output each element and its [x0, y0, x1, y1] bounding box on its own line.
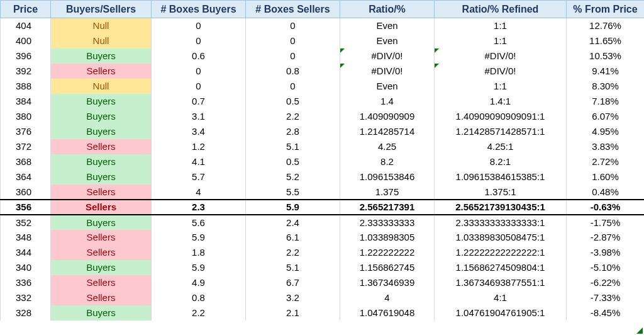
cell-price[interactable]: 384: [1, 94, 51, 109]
cell-sbox[interactable]: 5.5: [246, 185, 340, 200]
cell-price[interactable]: 400: [1, 33, 51, 48]
cell-refined[interactable]: 1:1: [435, 33, 567, 48]
cell-price[interactable]: 372: [1, 139, 51, 154]
cell-bbox[interactable]: 2.2: [152, 305, 246, 321]
cell-ratio[interactable]: Even: [340, 18, 435, 33]
cell-sbox[interactable]: 2.2: [246, 245, 340, 260]
cell-ratio[interactable]: 1.214285714: [340, 124, 435, 139]
cell-from[interactable]: -6.22%: [567, 275, 645, 290]
cell-bs[interactable]: Sellers: [51, 139, 152, 154]
table-row[interactable]: 392Sellers00.8#DIV/0!#DIV/0!9.41%: [1, 64, 645, 79]
cell-sbox[interactable]: 0.5: [246, 94, 340, 109]
cell-ratio[interactable]: 1.096153846: [340, 169, 435, 185]
cell-refined[interactable]: 1.03389830508475:1: [435, 230, 567, 245]
error-flag-icon[interactable]: [340, 48, 345, 53]
cell-refined[interactable]: 1.21428571428571:1: [435, 124, 567, 139]
col-header-ratio[interactable]: Ratio/%: [340, 1, 435, 18]
table-row[interactable]: 368Buyers4.10.58.28.2:12.72%: [1, 154, 645, 169]
cell-from[interactable]: -7.33%: [567, 290, 645, 305]
col-header-from-price[interactable]: % From Price: [567, 1, 645, 18]
cell-bs[interactable]: Null: [51, 18, 152, 33]
cell-bs[interactable]: Null: [51, 33, 152, 48]
cell-price[interactable]: 364: [1, 169, 51, 185]
cell-refined[interactable]: #DIV/0!: [435, 64, 567, 79]
table-row[interactable]: 372Sellers1.25.14.254.25:13.83%: [1, 139, 645, 154]
cell-from[interactable]: -3.98%: [567, 245, 645, 260]
cell-price[interactable]: 328: [1, 305, 51, 321]
table-row[interactable]: 352Buyers5.62.42.3333333332.333333333333…: [1, 215, 645, 230]
cell-bbox[interactable]: 0.7: [152, 94, 246, 109]
table-row[interactable]: 344Sellers1.82.21.2222222221.22222222222…: [1, 245, 645, 260]
cell-sbox[interactable]: 0.5: [246, 154, 340, 169]
cell-bs[interactable]: Buyers: [51, 260, 152, 275]
cell-ratio[interactable]: #DIV/0!: [340, 64, 435, 79]
cell-from[interactable]: -1.75%: [567, 215, 645, 230]
cell-refined[interactable]: 1:1: [435, 18, 567, 33]
spreadsheet-table[interactable]: Price Buyers/Sellers # Boxes Buyers # Bo…: [0, 0, 644, 321]
cell-bbox[interactable]: 3.1: [152, 109, 246, 124]
cell-from[interactable]: 2.72%: [567, 154, 645, 169]
cell-ratio[interactable]: 2.565217391: [340, 200, 435, 215]
error-flag-icon[interactable]: [435, 64, 439, 68]
cell-from[interactable]: 1.60%: [567, 169, 645, 185]
cell-from[interactable]: 4.95%: [567, 124, 645, 139]
cell-refined[interactable]: 1.4:1: [435, 94, 567, 109]
cell-ratio[interactable]: Even: [340, 79, 435, 94]
cell-from[interactable]: 12.76%: [567, 18, 645, 33]
cell-bs[interactable]: Buyers: [51, 124, 152, 139]
cell-ratio[interactable]: 2.333333333: [340, 215, 435, 230]
cell-from[interactable]: 0.48%: [567, 185, 645, 200]
cell-bs[interactable]: Buyers: [51, 169, 152, 185]
cell-price[interactable]: 340: [1, 260, 51, 275]
cell-refined[interactable]: 2.56521739130435:1: [435, 200, 567, 215]
cell-bs[interactable]: Sellers: [51, 200, 152, 215]
cell-refined[interactable]: 4.25:1: [435, 139, 567, 154]
cell-bbox[interactable]: 1.2: [152, 139, 246, 154]
cell-price[interactable]: 380: [1, 109, 51, 124]
cell-bbox[interactable]: 5.7: [152, 169, 246, 185]
cell-from[interactable]: 11.65%: [567, 33, 645, 48]
cell-bbox[interactable]: 5.6: [152, 215, 246, 230]
cell-sbox[interactable]: 0.8: [246, 64, 340, 79]
table-row[interactable]: 376Buyers3.42.81.2142857141.214285714285…: [1, 124, 645, 139]
cell-price[interactable]: 356: [1, 200, 51, 215]
cell-price[interactable]: 352: [1, 215, 51, 230]
cell-price[interactable]: 396: [1, 48, 51, 64]
error-flag-icon[interactable]: [340, 64, 345, 68]
cell-ratio[interactable]: 1.047619048: [340, 305, 435, 321]
cell-bs[interactable]: Sellers: [51, 185, 152, 200]
col-header-price[interactable]: Price: [1, 1, 51, 18]
cell-bbox[interactable]: 0: [152, 79, 246, 94]
cell-bbox[interactable]: 4.9: [152, 275, 246, 290]
cell-bs[interactable]: Sellers: [51, 275, 152, 290]
cell-bs[interactable]: Buyers: [51, 48, 152, 64]
cell-bbox[interactable]: 5.9: [152, 230, 246, 245]
cell-bbox[interactable]: 4: [152, 185, 246, 200]
cell-bbox[interactable]: 0: [152, 18, 246, 33]
cell-price[interactable]: 344: [1, 245, 51, 260]
cell-from[interactable]: -5.10%: [567, 260, 645, 275]
cell-bbox[interactable]: 2.3: [152, 200, 246, 215]
cell-price[interactable]: 360: [1, 185, 51, 200]
cell-ratio[interactable]: 1.222222222: [340, 245, 435, 260]
cell-from[interactable]: 10.53%: [567, 48, 645, 64]
cell-sbox[interactable]: 0: [246, 48, 340, 64]
cell-bbox[interactable]: 0: [152, 64, 246, 79]
cell-bs[interactable]: Sellers: [51, 290, 152, 305]
cell-bs[interactable]: Buyers: [51, 109, 152, 124]
table-row[interactable]: 400Null00Even1:111.65%: [1, 33, 645, 48]
table-row[interactable]: 364Buyers5.75.21.0961538461.096153846153…: [1, 169, 645, 185]
cell-sbox[interactable]: 2.8: [246, 124, 340, 139]
cell-sbox[interactable]: 5.2: [246, 169, 340, 185]
cell-refined[interactable]: 1:1: [435, 79, 567, 94]
cell-sbox[interactable]: 3.2: [246, 290, 340, 305]
cell-refined[interactable]: 4:1: [435, 290, 567, 305]
cell-bbox[interactable]: 5.9: [152, 260, 246, 275]
cell-sbox[interactable]: 5.1: [246, 260, 340, 275]
cell-from[interactable]: -0.63%: [567, 200, 645, 215]
cell-refined[interactable]: 1.09615384615385:1: [435, 169, 567, 185]
cell-ratio[interactable]: Even: [340, 33, 435, 48]
table-row[interactable]: 404Null00Even1:112.76%: [1, 18, 645, 33]
cell-ratio[interactable]: 8.2: [340, 154, 435, 169]
table-row[interactable]: 336Sellers4.96.71.3673469391.36734693877…: [1, 275, 645, 290]
